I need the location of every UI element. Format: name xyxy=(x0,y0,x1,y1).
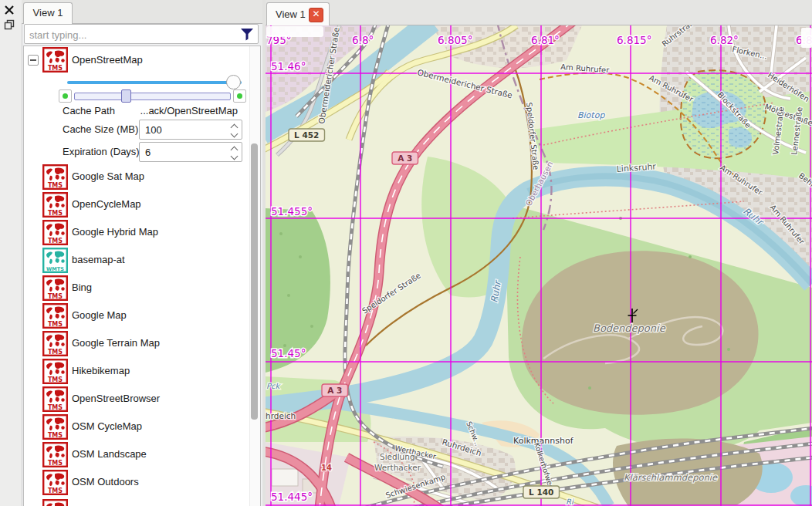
layer-item[interactable]: TMS OSM Outdoors xyxy=(24,468,248,496)
latitude-label: 51.45° xyxy=(271,347,306,359)
svg-text:TMS: TMS xyxy=(48,376,63,383)
tms-world-icon: TMS xyxy=(42,442,68,467)
restore-icon xyxy=(2,21,16,34)
tms-world-icon: TMS xyxy=(42,499,68,506)
cache-path-value: ...ack/OpenStreetMap xyxy=(101,105,238,116)
layer-label-openstreetmap[interactable]: OpenStreetMap xyxy=(72,54,143,66)
longitude-label: 6.81° xyxy=(531,34,560,46)
map-canvas[interactable]: 795°6.8°6.805°6.81°6.815°6.82°6.851.46°5… xyxy=(266,25,812,506)
map-label: Ri xyxy=(566,498,574,506)
expiration-spinbox[interactable]: 6 xyxy=(139,142,242,162)
opacity-slider[interactable] xyxy=(67,81,242,84)
layer-item[interactable]: TMS Google Hybrid Map xyxy=(24,218,248,246)
svg-text:TMS: TMS xyxy=(48,321,63,328)
expiration-label: Expiration (Days) xyxy=(63,146,140,157)
svg-text:TMS: TMS xyxy=(48,404,63,411)
dock-close-button[interactable] xyxy=(2,3,18,17)
layer-icon-tms: TMS xyxy=(42,47,68,76)
map-corner-box xyxy=(801,28,812,48)
latitude-label: 51.445° xyxy=(271,491,313,503)
map-viewport[interactable]: 795°6.8°6.805°6.81°6.815°6.82°6.851.46°5… xyxy=(266,25,812,506)
layer-item[interactable]: TMS Bing xyxy=(24,274,248,302)
expiration-value: 6 xyxy=(145,147,151,158)
svg-text:TMS: TMS xyxy=(48,238,63,245)
svg-text:TMS: TMS xyxy=(48,65,63,72)
layer-item[interactable]: TMS OpenStreetBrowser xyxy=(24,385,248,413)
tms-world-icon: TMS xyxy=(42,47,68,73)
layer-item-label: OSM Outdoors xyxy=(72,476,139,487)
filter-input[interactable] xyxy=(28,25,238,44)
layer-item[interactable]: TMS Hikebikemap xyxy=(24,357,248,385)
tree-scrollbar-thumb[interactable] xyxy=(251,143,258,420)
layer-item-label: Google Sat Map xyxy=(72,170,144,182)
map-label: hrdeich xyxy=(266,411,296,420)
longitude-label: 6.8° xyxy=(352,34,374,46)
layer-filter xyxy=(24,24,259,44)
map-label: Werthacker xyxy=(374,463,421,472)
layer-item[interactable]: TMS Google Sat Map xyxy=(24,163,248,191)
dock-titlebar: Maps xyxy=(0,0,22,506)
layer-item[interactable]: WMTS basemap-at xyxy=(24,246,248,274)
map-label: 14 xyxy=(321,464,332,472)
green-dot-icon xyxy=(237,93,242,99)
zoom-min-button[interactable] xyxy=(59,89,72,103)
dock-title-vertical: Maps xyxy=(2,487,14,506)
map-tab-label: View 1 xyxy=(276,8,306,20)
longitude-label: 6.805° xyxy=(438,34,472,46)
map-corner-box xyxy=(266,26,323,37)
cache-size-spinbox[interactable]: 100 xyxy=(139,120,242,140)
tms-world-icon: TMS xyxy=(42,470,68,495)
layer-item-label: Bing xyxy=(72,282,92,293)
map-tab-view1[interactable]: View 1 ✕ xyxy=(266,2,330,26)
opacity-slider-handle[interactable] xyxy=(226,75,241,89)
tms-world-icon: TMS xyxy=(42,359,68,384)
longitude-label: 6.815° xyxy=(617,34,651,46)
layer-item-partial[interactable]: TMS xyxy=(42,499,68,506)
tms-world-icon: TMS xyxy=(42,220,68,245)
svg-text:TMS: TMS xyxy=(48,460,63,467)
layer-item-label: OSM Landscape xyxy=(72,448,147,460)
tms-world-icon: TMS xyxy=(42,164,68,190)
route-shield-label: L 140 xyxy=(529,487,553,497)
layer-item[interactable]: TMS OpenCycleMap xyxy=(24,191,248,218)
layer-item-label: Google Terrain Map xyxy=(72,337,160,349)
spin-down-icon[interactable] xyxy=(231,153,239,160)
svg-text:TMS: TMS xyxy=(48,293,63,300)
layer-item-label: Google Hybrid Map xyxy=(72,226,158,238)
map-label: Bodendeponie xyxy=(593,322,666,334)
tms-world-icon: TMS xyxy=(42,331,68,356)
route-shield-label: A 3 xyxy=(398,153,412,163)
map-label: Pck xyxy=(266,382,282,390)
svg-text:TMS: TMS xyxy=(48,210,63,217)
layer-item-label: OSM CycleMap xyxy=(72,420,142,432)
application-window: Maps View 1 TMS OpenStreetMap Cach xyxy=(0,0,812,506)
svg-text:TMS: TMS xyxy=(48,432,63,439)
cache-size-label: Cache Size (MB) xyxy=(63,123,138,135)
layer-item-label: OpenStreetBrowser xyxy=(72,393,160,404)
sidebar-tab-view1[interactable]: View 1 xyxy=(23,2,73,24)
green-dot-icon xyxy=(63,93,68,99)
layer-item-label: Google Map xyxy=(72,309,127,321)
sidebar-tabbar: View 1 xyxy=(22,0,264,24)
latitude-label: 51.46° xyxy=(271,60,306,73)
tms-world-icon: TMS xyxy=(42,303,68,329)
layer-item[interactable]: TMS OSM Landscape xyxy=(24,440,248,468)
layer-item[interactable]: TMS Google Terrain Map xyxy=(24,329,248,357)
cache-size-value: 100 xyxy=(145,124,162,136)
zoom-range-slider[interactable] xyxy=(74,93,231,100)
map-label: Kolkmannshof xyxy=(513,436,574,446)
dock-float-button[interactable] xyxy=(2,18,18,32)
spin-down-icon[interactable] xyxy=(231,130,239,138)
zoom-slider-handle[interactable] xyxy=(121,89,131,103)
layer-item-label: OpenCycleMap xyxy=(72,198,141,210)
zoom-max-button[interactable] xyxy=(233,89,246,103)
filter-funnel-icon[interactable] xyxy=(239,26,255,42)
map-label: Siedlung xyxy=(380,452,415,461)
route-shield-label: A 3 xyxy=(327,386,342,395)
collapse-expander[interactable] xyxy=(28,55,39,66)
layer-item[interactable]: TMS OSM CycleMap xyxy=(24,413,248,440)
tab-close-icon[interactable]: ✕ xyxy=(309,8,323,22)
layer-item[interactable]: TMS Google Map xyxy=(24,302,248,329)
layer-tree: TMS OpenStreetMap Cache Path ...ack/Open… xyxy=(23,46,261,506)
map-label: Biotop xyxy=(577,110,605,120)
